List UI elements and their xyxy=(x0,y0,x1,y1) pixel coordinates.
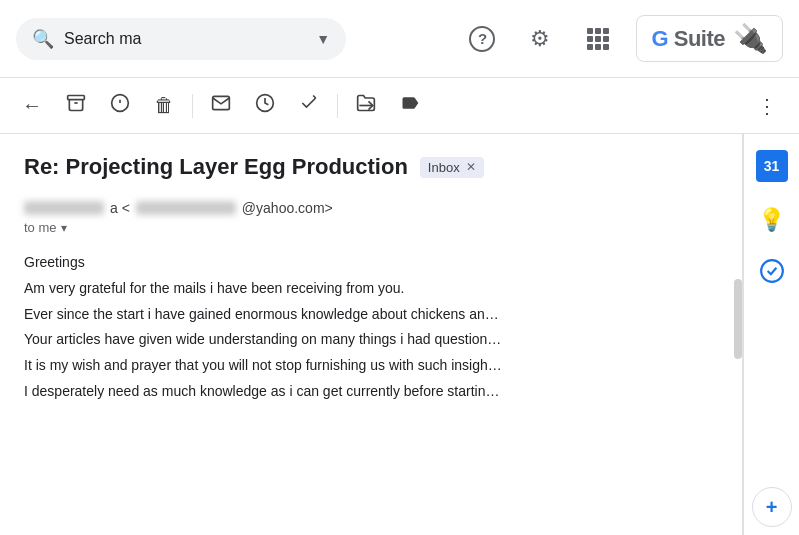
archive-icon xyxy=(66,93,86,118)
body-line-3: Ever since the start i have gained enorm… xyxy=(24,303,718,327)
inbox-badge-close[interactable]: ✕ xyxy=(466,160,476,174)
sender-email xyxy=(136,201,236,215)
delete-button[interactable]: 🗑 xyxy=(144,86,184,126)
sender-domain: @yahoo.com> xyxy=(242,200,333,216)
to-me-label: to me xyxy=(24,220,57,235)
inbox-badge: Inbox ✕ xyxy=(420,157,484,178)
sender-line: a < @yahoo.com> xyxy=(24,200,718,216)
gear-icon: ⚙ xyxy=(530,26,550,52)
search-box[interactable]: 🔍 Search ma ▼ xyxy=(16,18,346,60)
email-subject-row: Re: Projecting Layer Egg Production Inbo… xyxy=(24,154,718,180)
toolbar-divider-1 xyxy=(192,94,193,118)
body-line-2: Am very grateful for the mails i have be… xyxy=(24,277,718,301)
calendar-icon: 31 xyxy=(756,150,788,182)
email-content: Re: Projecting Layer Egg Production Inbo… xyxy=(0,134,743,535)
toolbar-divider-2 xyxy=(337,94,338,118)
move-to-button[interactable] xyxy=(346,86,386,126)
sender-name xyxy=(24,201,104,215)
to-me-row[interactable]: to me ▾ xyxy=(24,220,718,235)
search-icon: 🔍 xyxy=(32,28,54,50)
report-spam-button[interactable] xyxy=(100,86,140,126)
body-line-5: It is my wish and prayer that you will n… xyxy=(24,354,718,378)
gsuite-button[interactable]: G Suite 🔌 xyxy=(636,15,783,62)
mark-unread-icon xyxy=(211,93,231,118)
report-icon xyxy=(110,93,130,118)
apps-button[interactable] xyxy=(578,19,618,59)
email-subject: Re: Projecting Layer Egg Production xyxy=(24,154,408,180)
top-icons: ? ⚙ G Suite 🔌 xyxy=(462,15,783,62)
help-icon: ? xyxy=(469,26,495,52)
inbox-label: Inbox xyxy=(428,160,460,175)
svg-point-6 xyxy=(761,260,783,282)
label-icon xyxy=(400,93,420,118)
sender-at: a < xyxy=(110,200,130,216)
done-button[interactable] xyxy=(289,86,329,126)
top-bar: 🔍 Search ma ▼ ? ⚙ G Suite 🔌 xyxy=(0,0,799,78)
gsuite-plugin-icon: 🔌 xyxy=(733,22,768,55)
tasks-icon xyxy=(759,258,785,290)
calendar-sidebar-button[interactable]: 31 xyxy=(748,142,796,190)
apps-grid-icon xyxy=(587,28,609,50)
more-vertical-icon: ⋮ xyxy=(757,94,777,118)
scroll-track xyxy=(734,279,742,359)
help-button[interactable]: ? xyxy=(462,19,502,59)
body-line-4: Your articles have given wide understand… xyxy=(24,328,718,352)
settings-button[interactable]: ⚙ xyxy=(520,19,560,59)
snooze-button[interactable] xyxy=(245,86,285,126)
more-options-button[interactable]: ⋮ xyxy=(747,86,787,126)
plus-icon: + xyxy=(766,496,778,519)
back-button[interactable]: ← xyxy=(12,86,52,126)
snooze-icon xyxy=(255,93,275,118)
email-toolbar: ← 🗑 xyxy=(0,78,799,134)
svg-rect-0 xyxy=(68,96,85,100)
body-line-6: I desperately need as much knowledge as … xyxy=(24,380,718,404)
right-sidebar: 31 💡 + xyxy=(743,134,799,535)
search-dropdown-arrow[interactable]: ▼ xyxy=(316,31,330,47)
body-line-1: Greetings xyxy=(24,251,718,275)
lightbulb-icon: 💡 xyxy=(758,207,785,233)
tasks-sidebar-button[interactable] xyxy=(748,250,796,298)
chevron-down-icon: ▾ xyxy=(61,221,67,235)
add-sidebar-button[interactable]: + xyxy=(752,487,792,527)
done-icon xyxy=(299,93,319,118)
search-input[interactable]: Search ma xyxy=(64,30,306,48)
back-icon: ← xyxy=(22,94,42,117)
archive-button[interactable] xyxy=(56,86,96,126)
trash-icon: 🗑 xyxy=(154,94,174,117)
label-button[interactable] xyxy=(390,86,430,126)
sender-row: a < @yahoo.com> to me ▾ xyxy=(24,200,718,235)
email-body: Greetings Am very grateful for the mails… xyxy=(24,251,718,406)
move-icon xyxy=(356,93,376,118)
keep-sidebar-button[interactable]: 💡 xyxy=(748,196,796,244)
gsuite-logo: G Suite xyxy=(651,26,725,52)
mark-unread-button[interactable] xyxy=(201,86,241,126)
main-area: Re: Projecting Layer Egg Production Inbo… xyxy=(0,134,799,535)
